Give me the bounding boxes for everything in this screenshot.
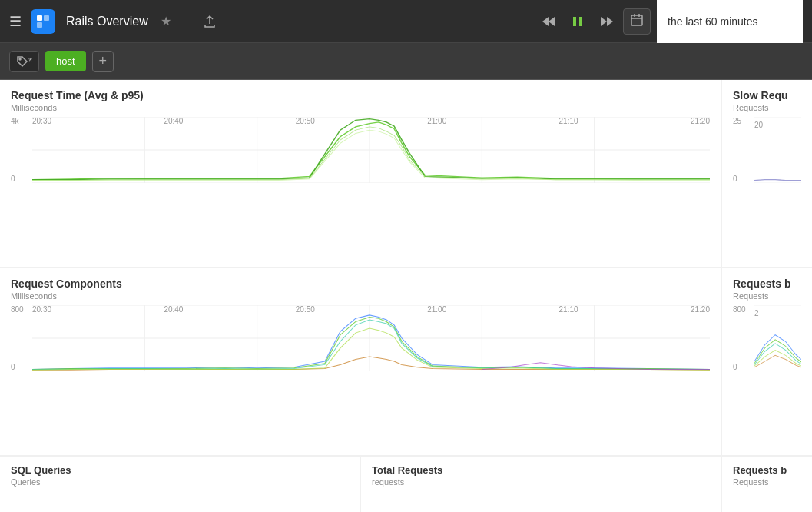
sql-queries-panel: SQL Queries Queries <box>0 457 360 512</box>
request-components-chart: 800 0 <box>11 305 710 382</box>
request-time-chart: 4k 0 <box>11 117 710 194</box>
request-time-panel: Request Time (Avg & p95) Milliseconds 4k… <box>0 80 721 267</box>
request-components-panel: Request Components Milliseconds 800 0 <box>0 268 721 455</box>
request-components-title: Request Components <box>11 278 710 290</box>
request-components-subtitle: Milliseconds <box>11 291 710 301</box>
slow-y-top: 25 <box>733 117 741 125</box>
slow-requests-title: Slow Requ <box>733 89 801 101</box>
requests-b-title: Requests b <box>733 464 801 476</box>
chart-row-1: Request Time (Avg & p95) Milliseconds 4k… <box>0 80 812 267</box>
svg-marker-8 <box>607 17 613 26</box>
y-top-label: 4k <box>11 117 19 125</box>
pause-button[interactable] <box>565 10 591 33</box>
content-area: Request Time (Avg & p95) Milliseconds 4k… <box>0 80 812 512</box>
svg-marker-3 <box>542 17 549 26</box>
navbar: ☰ Rails Overview ★ <box>0 0 812 43</box>
total-requests-title: Total Requests <box>372 464 710 476</box>
svg-rect-1 <box>44 15 49 21</box>
y-bottom-label: 0 <box>11 175 15 183</box>
rc-y-bottom: 0 <box>11 363 15 371</box>
app-title: Rails Overview <box>66 15 148 28</box>
app-logo <box>31 9 55 34</box>
slow-chart-svg <box>754 117 801 183</box>
svg-rect-9 <box>631 15 642 25</box>
rb-y-top: 800 <box>733 305 746 314</box>
svg-rect-5 <box>573 17 576 26</box>
request-time-title: Request Time (Avg & p95) <box>11 89 710 101</box>
rb-y-bottom: 0 <box>733 363 737 371</box>
chart-row-2: Request Components Milliseconds 800 0 <box>0 268 812 455</box>
svg-marker-7 <box>601 17 607 26</box>
add-filter-button[interactable]: + <box>92 51 114 72</box>
svg-rect-6 <box>579 17 582 26</box>
requests-b-subtitle: Requests <box>733 477 801 487</box>
slow-requests-panel: Slow Requ Requests 25 0 20 <box>722 80 812 267</box>
filter-bar: * host + <box>0 43 812 80</box>
svg-rect-2 <box>37 22 42 28</box>
slow-requests-subtitle: Requests <box>733 103 801 112</box>
host-filter-button[interactable]: host <box>45 51 86 71</box>
requests-by-chart: 800 0 2 <box>733 305 801 382</box>
sql-subtitle: Queries <box>11 477 349 487</box>
requests-by-title: Requests b <box>733 278 801 290</box>
hamburger-icon[interactable]: ☰ <box>9 13 22 30</box>
nav-divider <box>184 10 184 33</box>
share-button[interactable] <box>197 10 223 33</box>
slow-y-bottom: 0 <box>733 175 737 183</box>
rewind-button[interactable] <box>535 10 562 33</box>
bottom-row: SQL Queries Queries Total Requests reque… <box>0 457 812 512</box>
requests-by-subtitle: Requests <box>733 291 801 301</box>
sql-title: SQL Queries <box>11 464 349 476</box>
requests-b-panel: Requests b Requests <box>722 457 812 512</box>
total-requests-panel: Total Requests requests <box>361 457 721 512</box>
total-requests-subtitle: requests <box>372 477 710 487</box>
svg-marker-4 <box>549 17 555 26</box>
nav-controls <box>535 8 651 35</box>
request-time-subtitle: Milliseconds <box>11 103 710 112</box>
rb-chart-svg <box>754 305 801 371</box>
requests-by-panel: Requests b Requests 800 0 <box>722 268 812 455</box>
star-icon[interactable]: ★ <box>161 14 171 28</box>
slow-requests-chart: 25 0 20 <box>733 117 801 194</box>
svg-rect-0 <box>37 15 42 21</box>
rc-chart-svg <box>32 305 710 371</box>
time-range-label[interactable]: the last 60 minutes <box>657 0 803 43</box>
tag-button[interactable]: * <box>9 51 39 72</box>
calendar-button[interactable] <box>623 8 651 35</box>
rc-y-top: 800 <box>11 305 24 314</box>
svg-point-13 <box>19 58 21 60</box>
forward-button[interactable] <box>594 10 620 33</box>
chart-svg-area <box>32 117 710 183</box>
